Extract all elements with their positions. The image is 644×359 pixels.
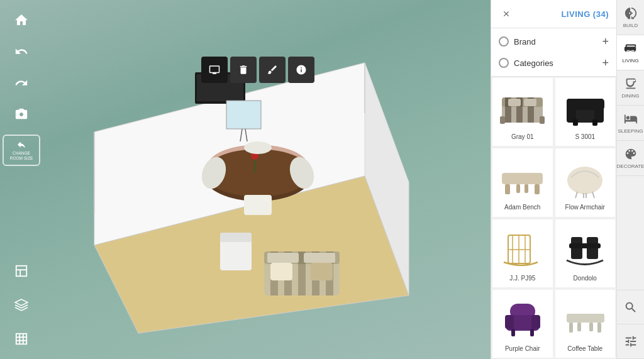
undo-button[interactable]: [8, 38, 35, 65]
svg-rect-81: [567, 314, 604, 323]
redo-button[interactable]: [8, 69, 35, 97]
svg-rect-53: [567, 99, 576, 123]
paint-button[interactable]: [259, 57, 286, 83]
item-name: Coffee Table: [567, 345, 602, 353]
list-item[interactable]: Dondolo: [555, 219, 616, 287]
change-room-size-button[interactable]: CHANGE ROOM SIZE: [3, 135, 40, 166]
filter-button[interactable]: [617, 324, 645, 359]
svg-rect-50: [524, 99, 536, 106]
panel-title: LIVING (34): [561, 9, 609, 19]
item-image: [497, 295, 548, 342]
items-panel: LIVING (34) Brand + Categories +: [491, 0, 616, 359]
panel-close-button[interactable]: [499, 6, 514, 21]
item-name: J.J. PJ95: [509, 274, 535, 282]
svg-rect-83: [597, 323, 601, 333]
svg-rect-38: [270, 263, 292, 280]
items-grid: Gray 01 S 3001: [491, 77, 616, 359]
floating-toolbar: [201, 57, 314, 83]
svg-rect-28: [244, 195, 272, 215]
list-item[interactable]: Flow Armchair: [555, 148, 616, 216]
change-room-size-label: CHANGE ROOM SIZE: [6, 151, 36, 162]
camera-button[interactable]: [8, 101, 35, 128]
svg-rect-84: [577, 323, 581, 331]
item-image: [497, 83, 548, 130]
grid-button[interactable]: [8, 325, 35, 353]
tab-decorate-label: DECORATE: [617, 163, 644, 169]
svg-rect-85: [589, 323, 593, 331]
categories-label: Categories: [514, 58, 597, 68]
item-name: Adam Bench: [504, 203, 540, 211]
panel-filters: Brand + Categories +: [491, 28, 616, 77]
svg-rect-37: [304, 253, 335, 263]
svg-rect-55: [573, 119, 578, 126]
canvas-area[interactable]: CHANGE ROOM SIZE: [0, 0, 491, 359]
list-item[interactable]: Adam Bench: [492, 148, 553, 216]
brand-filter[interactable]: Brand +: [491, 31, 616, 52]
svg-rect-0: [16, 266, 27, 277]
tab-build[interactable]: BUILD: [617, 0, 645, 35]
item-name: Purple Chair: [505, 345, 540, 353]
item-image: [497, 224, 548, 272]
tab-sleeping[interactable]: SLEEPING: [617, 106, 645, 141]
svg-rect-49: [508, 99, 521, 106]
list-item[interactable]: J.J. PJ95: [492, 219, 553, 287]
left-toolbar: CHANGE ROOM SIZE: [0, 0, 43, 359]
tv-tool-button[interactable]: [201, 57, 228, 83]
svg-rect-3: [16, 334, 27, 345]
svg-rect-54: [594, 99, 604, 123]
delete-button[interactable]: [230, 57, 257, 83]
tab-living-label: LIVING: [622, 58, 638, 64]
categories-radio[interactable]: [499, 58, 509, 68]
tab-build-label: BUILD: [623, 23, 638, 28]
svg-rect-58: [505, 184, 510, 194]
svg-point-25: [244, 141, 272, 154]
categories-expand[interactable]: +: [602, 57, 609, 69]
svg-rect-79: [511, 329, 515, 336]
list-item[interactable]: Purple Chair: [492, 290, 553, 358]
floor-plan-button[interactable]: [8, 257, 35, 285]
brand-expand[interactable]: +: [602, 36, 609, 47]
svg-rect-61: [525, 184, 528, 193]
svg-rect-47: [500, 116, 505, 124]
svg-rect-60: [516, 184, 520, 193]
tab-decorate[interactable]: DECORATE: [617, 141, 645, 176]
brand-label: Brand: [514, 37, 597, 47]
info-button[interactable]: [288, 57, 314, 83]
panel-header: LIVING (34): [491, 0, 616, 28]
item-name: Gray 01: [511, 133, 534, 141]
item-image: [497, 153, 548, 201]
item-image: [560, 153, 610, 201]
tab-sleeping-label: SLEEPING: [618, 128, 643, 134]
item-name: Dondolo: [574, 274, 597, 282]
3d-view-button[interactable]: [8, 291, 35, 319]
item-name: S 3001: [575, 133, 595, 141]
categories-filter[interactable]: Categories +: [491, 52, 616, 74]
list-item[interactable]: Gray 01: [492, 78, 553, 146]
svg-line-64: [592, 192, 594, 198]
svg-rect-77: [505, 315, 514, 329]
svg-rect-39: [311, 263, 333, 280]
item-image: [560, 295, 610, 342]
svg-rect-41: [220, 233, 252, 242]
bottom-tools: [8, 257, 35, 353]
right-sidebar: BUILD LIVING DINING SLEEPING: [616, 0, 644, 359]
tab-living[interactable]: LIVING: [617, 35, 645, 70]
svg-rect-17: [226, 101, 261, 129]
svg-line-63: [575, 192, 577, 198]
svg-rect-48: [540, 116, 545, 124]
svg-rect-56: [592, 119, 597, 126]
svg-rect-74: [569, 243, 601, 248]
svg-rect-82: [569, 323, 573, 333]
list-item[interactable]: Coffee Table: [555, 290, 616, 358]
home-button[interactable]: [8, 6, 35, 34]
brand-radio[interactable]: [499, 36, 509, 47]
list-item[interactable]: S 3001: [555, 78, 616, 146]
item-name: Flow Armchair: [565, 203, 605, 211]
item-image: [560, 224, 610, 272]
svg-rect-36: [267, 253, 299, 263]
svg-rect-78: [531, 315, 540, 329]
tab-dining-label: DINING: [622, 93, 640, 99]
search-button[interactable]: [617, 290, 645, 324]
tab-dining[interactable]: DINING: [617, 70, 645, 106]
item-image: [560, 83, 610, 130]
